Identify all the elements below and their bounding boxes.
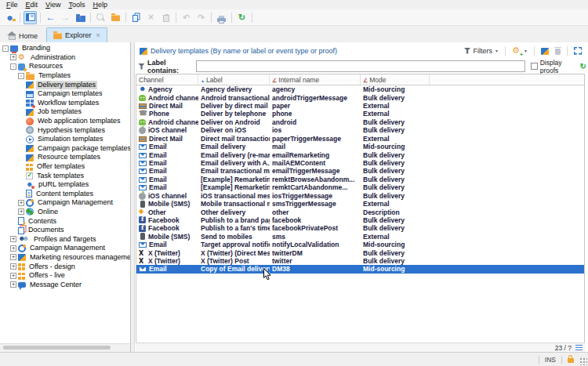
tree-item-marketing-resources-management[interactable]: +Marketing resources management xyxy=(0,253,130,263)
parent-folder-button[interactable] xyxy=(74,11,87,24)
table-row[interactable]: Direct MailDirect mail transactiona...pa… xyxy=(136,135,584,143)
tree-item-web-application-templates[interactable]: Web application templates xyxy=(0,117,130,126)
filters-button[interactable]: Filters ▼ xyxy=(463,46,500,56)
table-row[interactable]: FacebookPublish to a fan's timel...faceb… xyxy=(136,224,584,232)
copy-button[interactable] xyxy=(129,11,143,24)
tree-item-hypothesis-templates[interactable]: Hypothesis templates xyxy=(0,125,130,135)
tree-item-campaign-management[interactable]: +Campaign Management xyxy=(0,244,130,253)
tree-item-resource-templates[interactable]: Resource templates xyxy=(0,153,130,162)
table-row[interactable]: X (Twitter)X (Twitter) (Direct Mes...twi… xyxy=(136,248,584,256)
menu-help[interactable]: Help xyxy=(89,0,111,9)
table-row[interactable]: FacebookPublish to a brand pagefacebookB… xyxy=(136,216,584,224)
tree-item-contents[interactable]: Contents xyxy=(0,216,130,226)
table-row[interactable]: iOS channelDeliver on iOSiosBulk deliver… xyxy=(136,126,584,134)
table-row[interactable]: iOS channeliOS transactional messa...ios… xyxy=(136,191,584,199)
list-options-icon[interactable] xyxy=(575,345,583,351)
forward-button[interactable] xyxy=(59,11,72,24)
new-template-button[interactable] xyxy=(539,46,550,56)
tree-item-online[interactable]: +Online xyxy=(0,208,130,217)
expand-toggle[interactable]: + xyxy=(18,200,24,206)
auto-refresh-icon[interactable] xyxy=(580,62,586,71)
column-header-mode[interactable]: Mode xyxy=(361,74,430,85)
tree-item-offer-templates[interactable]: Offer templates xyxy=(0,162,130,172)
configure-list-button[interactable]: ▼ xyxy=(510,45,529,56)
collapse-toggle[interactable]: - xyxy=(18,73,24,79)
delete-button[interactable] xyxy=(554,46,562,56)
tree-item-campaign-management[interactable]: +Campaign Management xyxy=(0,198,130,208)
collapse-toggle[interactable]: - xyxy=(10,63,16,70)
undo-button[interactable] xyxy=(180,11,193,24)
expand-toggle[interactable]: + xyxy=(10,273,16,279)
table-row[interactable]: EmailEmail delivery with A...mailAEMCont… xyxy=(136,159,584,167)
home-page-button[interactable] xyxy=(24,11,37,24)
table-row[interactable]: PhoneDeliver by telephonephoneExternal xyxy=(136,110,584,118)
tree-item-content-templates[interactable]: Content templates xyxy=(0,190,130,199)
table-row[interactable]: X (Twitter)X (Twitter) PosttwitterBulk d… xyxy=(136,257,584,265)
menu-tools[interactable]: Tools xyxy=(64,0,89,9)
tree-item-resources[interactable]: -Resources xyxy=(0,62,130,71)
tree-item-task-templates[interactable]: Task templates xyxy=(0,171,130,180)
tree-item-campaign-package-templates[interactable]: Campaign package templates xyxy=(0,144,130,154)
channel-cell: Mobile (SMS) xyxy=(136,233,198,241)
tree-item-profiles-and-targets[interactable]: +Profiles and Targets xyxy=(0,234,130,244)
table-row[interactable]: EmailCopy of Email deliveryDM38Mid-sourc… xyxy=(136,265,584,273)
table-row[interactable]: OtherOther deliveryotherDescription xyxy=(136,208,584,216)
table-row[interactable]: Mobile (SMS)Send to mobilessmsExternal xyxy=(136,233,584,241)
menu-edit[interactable]: Edit xyxy=(22,0,42,9)
tab-home[interactable]: Home xyxy=(2,29,44,42)
collapse-toggle[interactable]: - xyxy=(2,45,9,52)
redo-button[interactable] xyxy=(194,11,208,24)
resize-grip[interactable] xyxy=(579,357,587,365)
expand-toggle[interactable]: + xyxy=(10,281,16,288)
scrollbar-thumb[interactable] xyxy=(3,346,111,350)
tree-item-administration[interactable]: +Administration xyxy=(0,53,130,63)
expand-view-button[interactable] xyxy=(572,46,583,56)
column-header-internal-name[interactable]: Internal name xyxy=(270,74,361,85)
expand-toggle[interactable]: + xyxy=(18,208,24,215)
preview-button[interactable] xyxy=(94,11,107,24)
expand-toggle[interactable]: + xyxy=(10,236,16,242)
label-contains-input[interactable] xyxy=(196,60,525,72)
tree-item-templates[interactable]: -Templates xyxy=(0,71,130,81)
tree-item-documents[interactable]: Documents xyxy=(0,226,130,235)
expand-toggle[interactable]: + xyxy=(10,263,16,270)
table-row[interactable]: Android channelAndroid transactional me.… xyxy=(136,93,584,101)
expand-toggle[interactable]: + xyxy=(10,54,16,60)
close-icon[interactable]: × xyxy=(96,31,100,39)
table-row[interactable]: Email[Example] Remarketing ...remktBrows… xyxy=(136,176,584,183)
tree-item-delivery-templates[interactable]: Delivery templates xyxy=(0,80,130,89)
table-row[interactable]: AgencyAgency deliveryagencyMid-sourcing xyxy=(136,85,584,93)
table-row[interactable]: Android channelDeliver on Androidandroid… xyxy=(136,118,584,126)
table-row[interactable]: Email[Example] Remarketing...remktCartAb… xyxy=(136,183,584,191)
table-row[interactable]: EmailEmail deliverymailMid-sourcing xyxy=(136,143,584,150)
connect-button[interactable] xyxy=(3,11,16,24)
tree-item-simulation-templates[interactable]: Simulation templates xyxy=(0,135,130,144)
tree-item-job-templates[interactable]: Job templates xyxy=(0,107,130,117)
tree-item-offers-design[interactable]: +Offers - design xyxy=(0,262,130,271)
cut-button[interactable] xyxy=(144,11,158,24)
tree-item-offers-live[interactable]: +Offers - live xyxy=(0,271,130,281)
display-proofs-checkbox[interactable] xyxy=(531,63,538,70)
expand-toggle[interactable]: + xyxy=(10,254,16,260)
expand-toggle[interactable]: + xyxy=(10,245,16,252)
refresh-button[interactable] xyxy=(235,11,249,24)
open-folder-button[interactable] xyxy=(109,11,122,24)
tab-explorer[interactable]: Explorer× xyxy=(46,27,107,42)
column-header-label[interactable]: Label xyxy=(198,74,270,85)
paste-button[interactable] xyxy=(159,11,172,24)
tree-item-purl-templates[interactable]: pURL templates xyxy=(0,180,130,190)
tree-item-branding[interactable]: -Branding xyxy=(0,44,130,53)
menu-view[interactable]: View xyxy=(42,0,64,9)
tree-item-message-center[interactable]: +Message Center xyxy=(0,280,130,289)
table-row[interactable]: Direct MailDeliver by direct mailpaperEx… xyxy=(136,102,584,110)
table-row[interactable]: EmailEmail delivery (re-marke...emailRem… xyxy=(136,150,584,158)
table-row[interactable]: EmailEmail transactional me...emailTrigg… xyxy=(136,167,584,175)
tree-item-campaign-templates[interactable]: Campaign templates xyxy=(0,89,130,99)
table-row[interactable]: EmailTarget approval notific...notifyLoc… xyxy=(136,241,584,248)
print-button[interactable] xyxy=(215,11,228,24)
column-header-channel[interactable]: Channel xyxy=(136,74,198,85)
tree-item-workflow-templates[interactable]: Workflow templates xyxy=(0,99,130,108)
table-row[interactable]: Mobile (SMS)Mobile transactional me...sm… xyxy=(136,200,584,208)
back-button[interactable] xyxy=(44,11,57,24)
menu-file[interactable]: File xyxy=(2,0,22,9)
